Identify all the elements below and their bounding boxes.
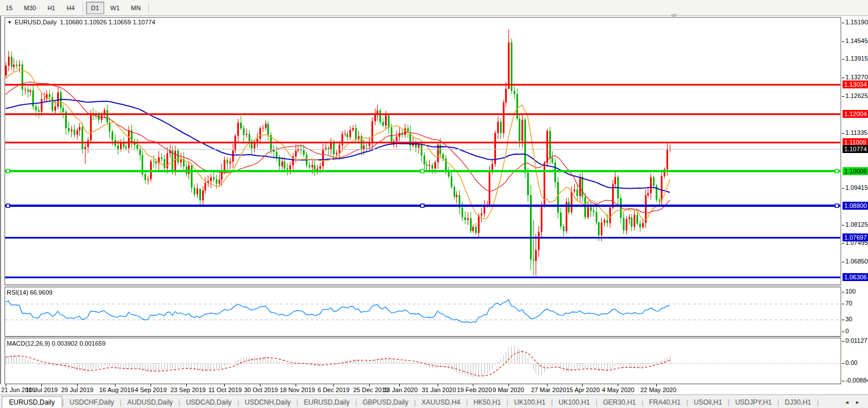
tab-audusd-daily[interactable]: AUDUSD,Daily (122, 397, 179, 408)
date-label: 18 Nov 2019 (280, 386, 315, 393)
macd-indicator-label: MACD(12,26,9) 0.003902 0.001659 (7, 340, 105, 347)
price-axis-label: 1.15190 (845, 19, 868, 26)
axis-tick (842, 320, 844, 320)
price-axis-label: 1.08125 (845, 221, 868, 228)
tab-uk100-h1-9[interactable]: UK100,H1 (508, 397, 551, 408)
price-axis-label: 1.11335 (845, 129, 867, 136)
price-axis-label: 1.13270 (845, 74, 868, 80)
timeframe-button-m30[interactable]: M30 (19, 2, 41, 14)
timeframe-button-mn[interactable]: MN (126, 2, 146, 14)
rsi-axis-label: 0 (845, 328, 849, 334)
date-label: 19 Feb 2020 (457, 386, 492, 393)
tab-xauusd-h4-7[interactable]: XAUUSD,H4 (416, 397, 466, 408)
date-label: 16 Aug 2019 (99, 386, 134, 393)
date-axis[interactable]: 21 Jun 201910 Jul 201929 Jul 201916 Aug … (0, 384, 868, 394)
level-price-badge: 1.13034 (843, 80, 868, 88)
price-axis-label: 1.06850 (845, 258, 868, 265)
tab-ger30-h1-11[interactable]: GER30,H1 (597, 397, 642, 408)
date-label: 15 Apr 2020 (566, 386, 600, 393)
axis-tick (842, 188, 844, 189)
timeframe-button-w1[interactable]: W1 (105, 2, 125, 14)
level-price-badge: 1.08800 (843, 202, 868, 210)
chart-ohlc-values: 1.10680 1.10926 1.10659 1.10774 (60, 19, 155, 26)
tab-usdcnh-daily[interactable]: USDCNH,Daily (239, 397, 296, 408)
rsi-indicator-label: RSI(14) 66.9609 (7, 289, 53, 296)
chart-tab-bar: EURUSD,Daily|USDCHF,Daily|AUDUSD,Daily|U… (0, 394, 868, 408)
price-axis-label: 1.13915 (845, 55, 868, 62)
axis-tick (842, 41, 844, 42)
rsi-axis-label: 30 (845, 316, 852, 322)
axis-tick (842, 292, 844, 292)
level-price-badge: 1.07697 (843, 233, 868, 241)
axis-tick (842, 262, 844, 262)
axis-tick (842, 304, 844, 304)
tabs-scroll-left-icon[interactable]: ◄ (844, 400, 849, 405)
tab-nav: ◄► (844, 400, 868, 408)
timeframe-button-d1[interactable]: D1 (86, 2, 104, 14)
chevron-down-icon[interactable]: ▼ (7, 20, 12, 25)
timeframe-button-h1[interactable]: H1 (42, 2, 61, 14)
tabs-scroll-right-icon[interactable]: ► (855, 400, 860, 405)
macd-axis-label: -0.008845 (845, 377, 868, 384)
tab-eurusd-daily[interactable]: EURUSD,Daily (2, 396, 62, 408)
date-label: 13 Jan 2020 (383, 386, 418, 393)
chart-window: ▼EURUSD,Daily 1.10680 1.10926 1.10659 1.… (0, 16, 868, 394)
window-left-frame (0, 16, 1, 394)
toolbar-separator (83, 3, 83, 13)
axis-tick (842, 225, 844, 226)
tab-usdcad-daily[interactable]: USDCAD,Daily (180, 397, 237, 408)
tab-eurusd-daily-5[interactable]: EURUSD,Daily (298, 397, 356, 408)
tab-dj30-h1-15[interactable]: DJ30,H1 (779, 397, 817, 408)
mt4-terminal: 15M30H1H4D1W1MN ▼EURUSD,Daily 1.10680 1.… (0, 0, 868, 408)
timeframe-button-15[interactable]: 15 (1, 2, 18, 14)
level-price-badge: 1.06306 (843, 273, 868, 281)
timeframe-button-h4[interactable]: H4 (62, 2, 80, 14)
date-label: 29 Jul 2019 (61, 386, 93, 393)
axis-tick (842, 243, 844, 244)
current-price-badge: 1.10774 (843, 145, 868, 153)
axis-tick (842, 59, 844, 60)
date-label: 31 Jan 2020 (422, 386, 456, 393)
date-label: 4 Sep 2019 (135, 386, 166, 393)
price-chart-canvas[interactable] (0, 16, 842, 384)
date-label: 10 Jul 2019 (25, 386, 58, 393)
date-label: 27 Mar 2020 (531, 386, 566, 393)
macd-axis-label: 0.011277 (845, 337, 868, 344)
price-axis-label: 1.12625 (845, 92, 868, 99)
tab-gbpusd-daily-6[interactable]: GBPUSD,Daily (357, 397, 414, 408)
axis-tick (842, 96, 844, 97)
rsi-axis-label: 70 (845, 300, 852, 307)
price-axis[interactable]: 1.151901.145451.139151.132701.126251.113… (842, 16, 868, 394)
date-label: 6 Dec 2019 (318, 386, 349, 393)
tab-usoil-h1-13[interactable]: USOil,H1 (688, 397, 728, 408)
level-price-badge: 1.12004 (843, 110, 868, 118)
date-label: 9 Mar 2020 (493, 386, 524, 393)
price-axis-label: 1.14545 (845, 37, 868, 44)
chart-symbol-label: EURUSD,Daily (15, 19, 57, 26)
axis-tick (842, 341, 844, 342)
tab-usdjpy-h1-14[interactable]: USDJPY,H1 (729, 397, 777, 408)
macd-axis-label: 0.00 (845, 359, 857, 366)
level-price-badge: 1.10008 (843, 167, 868, 175)
date-label: 30 Oct 2019 (244, 386, 278, 393)
date-label: 22 May 2020 (640, 386, 677, 393)
price-axis-label: 1.09415 (845, 184, 868, 191)
chart-title: ▼EURUSD,Daily 1.10680 1.10926 1.10659 1.… (7, 19, 155, 26)
date-label: 23 Sep 2019 (170, 386, 206, 393)
chart-shift-marker-icon[interactable] (670, 14, 677, 18)
axis-tick (842, 78, 844, 78)
axis-tick (842, 23, 844, 23)
date-label: 11 Oct 2019 (208, 386, 242, 393)
axis-tick (842, 381, 844, 381)
tab-uk100-h1-10[interactable]: UK100,H1 (553, 397, 595, 408)
tab-hk50-h1-8[interactable]: HK50,H1 (468, 397, 507, 408)
tab-usdchf-daily[interactable]: USDCHF,Daily (64, 397, 120, 408)
axis-tick (842, 332, 844, 332)
rsi-axis-label: 100 (845, 288, 856, 295)
axis-tick (842, 133, 844, 134)
timeframe-toolbar: 15M30H1H4D1W1MN (0, 0, 868, 16)
tab-fra40-h1-12[interactable]: FRA40,H1 (643, 397, 686, 408)
date-label: 4 May 2020 (602, 386, 634, 393)
toolbar-separator (148, 3, 149, 13)
axis-tick (842, 363, 844, 364)
